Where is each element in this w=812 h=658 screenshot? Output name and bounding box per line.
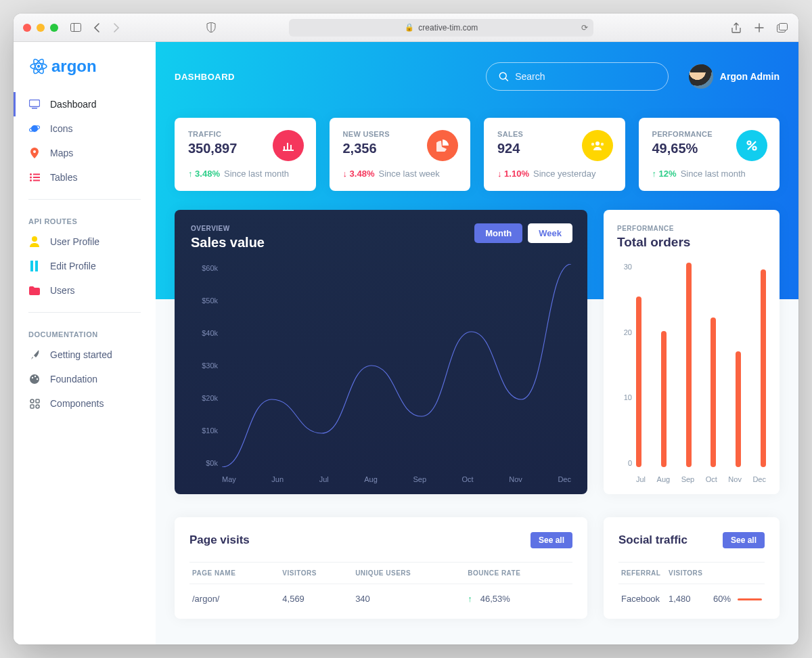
tv-icon [28, 100, 41, 109]
sidebar-item-edit profile[interactable]: Edit Profile [14, 254, 156, 278]
minimize-window-button[interactable] [37, 24, 45, 32]
chart-bar-icon [273, 130, 304, 161]
edit-icon [28, 261, 41, 271]
brand-logo[interactable]: argon [14, 57, 156, 92]
sidebar-item-label: Maps [50, 148, 73, 158]
sidebar-item-maps[interactable]: Maps [14, 141, 156, 165]
users-icon [582, 130, 613, 161]
table-header: VISITORS [279, 563, 353, 584]
sidebar-item-components[interactable]: Components [14, 391, 156, 416]
pin-icon [28, 148, 41, 158]
shield-icon[interactable] [204, 21, 218, 35]
orders-chart-title: Total orders [617, 235, 766, 250]
back-button[interactable] [89, 21, 103, 35]
search-input[interactable] [515, 71, 656, 82]
close-window-button[interactable] [23, 24, 31, 32]
arrow-down-icon: ↓ 1.10% [497, 169, 529, 179]
svg-point-34 [600, 143, 603, 146]
arrow-down-icon: ↓ 3.48% [343, 169, 375, 179]
tab-week[interactable]: Week [528, 223, 572, 243]
nav-main: Dashboard Icons Maps Tables API ROUTES U… [14, 92, 156, 416]
social-seeall-button[interactable]: See all [723, 532, 765, 548]
sidebar-section-header: API ROUTES [14, 209, 156, 229]
table-row[interactable]: Facebook1,480 60% [618, 584, 765, 614]
table-header: BOUNCE RATE [465, 563, 572, 584]
page-visits-table: PAGE NAMEVISITORSUNIQUE USERSBOUNCE RATE… [189, 562, 572, 613]
forward-button[interactable] [110, 21, 123, 35]
orders-chart-card: PERFORMANCE Total orders 3020100 JulAugS… [604, 210, 780, 494]
sidebar-item-icons[interactable]: Icons [14, 116, 156, 141]
svg-point-17 [30, 179, 32, 181]
page-visits-title: Page visits [189, 533, 250, 547]
table-header: VISITORS [666, 563, 708, 584]
stat-change: ↓ 1.10%Since yesterday [497, 169, 612, 179]
bar [661, 331, 667, 467]
react-icon [30, 58, 47, 75]
tab-month[interactable]: Month [474, 223, 522, 243]
bar-chart: 3020100 JulAugSepOctNovDec [617, 263, 766, 467]
svg-rect-3 [779, 23, 787, 30]
sidebar-item-dashboard[interactable]: Dashboard [14, 92, 156, 116]
page-visits-seeall-button[interactable]: See all [531, 532, 572, 548]
sidebar-item-tables[interactable]: Tables [14, 165, 156, 190]
svg-rect-27 [36, 399, 39, 403]
user-name: Argon Admin [720, 71, 780, 82]
line-chart: $60k$50k$40k$30k$20k$10k$0k MayJunJulAug… [191, 264, 571, 467]
sidebar-item-foundation[interactable]: Foundation [14, 367, 156, 391]
svg-rect-21 [35, 261, 38, 271]
progress-bar [738, 598, 762, 600]
brand-text: argon [51, 57, 97, 76]
stat-change: ↑ 3.48%Since last month [188, 169, 302, 179]
user-icon [28, 236, 41, 247]
browser-titlebar: 🔒 creative-tim.com ⟳ [14, 14, 798, 42]
sidebar-item-user profile[interactable]: User Profile [14, 229, 156, 254]
list-icon [28, 173, 41, 181]
svg-point-24 [35, 376, 36, 377]
social-title: Social traffic [618, 533, 687, 547]
sidebar-item-users[interactable]: Users [14, 278, 156, 303]
sidebar-item-label: Tables [50, 172, 77, 183]
share-icon[interactable] [729, 21, 743, 35]
bar [686, 263, 692, 467]
lock-icon: 🔒 [405, 23, 414, 32]
avatar [689, 64, 713, 89]
tabs-overview-icon[interactable] [775, 21, 789, 35]
svg-point-25 [37, 378, 38, 380]
svg-point-13 [30, 173, 32, 175]
sidebar-item-label: User Profile [50, 236, 99, 247]
svg-rect-20 [30, 261, 33, 271]
stat-card-traffic: TRAFFIC 350,897 ↑ 3.48%Since last month [175, 118, 316, 191]
table-header [708, 563, 765, 584]
social-traffic-card: Social traffic See all REFERRALVISITORS … [604, 517, 780, 619]
sidebar-item-getting started[interactable]: Getting started [14, 343, 156, 367]
orders-chart-overline: PERFORMANCE [617, 225, 766, 232]
maximize-window-button[interactable] [50, 24, 58, 32]
arrow-up-icon: ↑ 12% [652, 169, 677, 179]
svg-point-23 [32, 377, 33, 378]
topbar: DASHBOARD Argon Admin [175, 62, 780, 91]
sidebar-toggle-icon[interactable] [69, 21, 83, 35]
svg-point-19 [32, 236, 37, 242]
arrow-up-icon: ↑ 3.48% [188, 169, 220, 179]
svg-rect-29 [36, 405, 39, 408]
table-row[interactable]: /argon/4,569340 ↑46,53% [189, 584, 572, 614]
new-tab-icon[interactable] [752, 21, 766, 35]
svg-line-35 [748, 141, 756, 150]
search-box[interactable] [486, 62, 669, 91]
sidebar-item-label: Components [50, 398, 104, 409]
profile-menu[interactable]: Argon Admin [689, 64, 780, 89]
stats-row: TRAFFIC 350,897 ↑ 3.48%Since last month … [175, 118, 780, 191]
reload-icon[interactable]: ⟳ [581, 23, 588, 32]
rocket-icon [28, 350, 41, 360]
folder-icon [28, 286, 41, 295]
sidebar-item-label: Foundation [50, 374, 97, 385]
planet-icon [28, 123, 41, 134]
browser-window: 🔒 creative-tim.com ⟳ argon Dashboar [14, 14, 798, 644]
stat-change: ↑ 12%Since last month [652, 169, 767, 179]
svg-line-31 [505, 79, 508, 81]
stat-card-new users: NEW USERS 2,356 ↓ 3.48%Since last week [330, 118, 471, 191]
sidebar-item-label: Icons [50, 123, 72, 134]
main: DASHBOARD Argon Admin TRAFFIC 350,897 ↑ … [156, 42, 798, 644]
address-bar[interactable]: 🔒 creative-tim.com ⟳ [289, 19, 593, 37]
svg-point-12 [33, 150, 36, 153]
